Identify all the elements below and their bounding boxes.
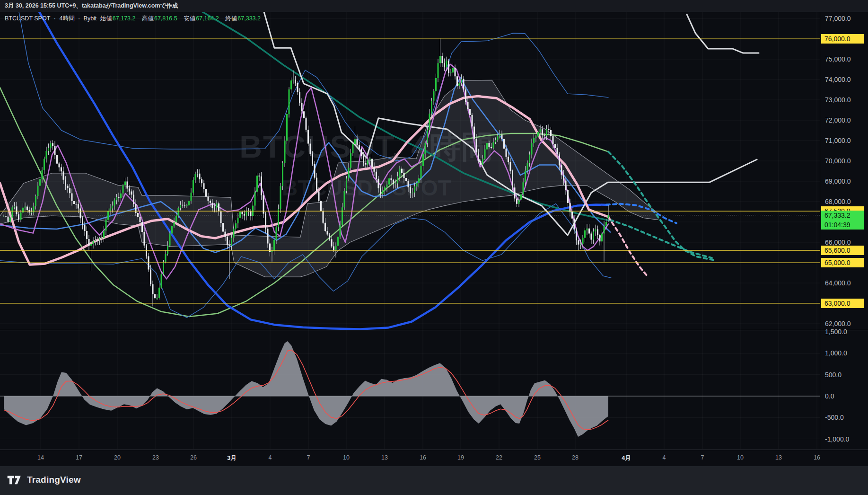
time-tick-20: 20 (114, 454, 121, 461)
oscillator-area (4, 341, 608, 437)
price-tick-74000: 74,000.0 (825, 76, 851, 83)
time-tick-28: 28 (572, 454, 579, 461)
close-value: 67,333.2 (237, 15, 261, 22)
time-tick-4月: 4月 (622, 454, 631, 462)
legend-separator: · (54, 15, 56, 22)
symbol-title[interactable]: BTCUSDT SPOT (5, 15, 50, 22)
tradingview-chart-window: 3月 30, 2026 15:55 UTC+9、takatabaがTrading… (0, 0, 868, 495)
time-tick-7: 7 (307, 454, 310, 461)
white-topright-line (687, 14, 759, 53)
high-value: 67,816.5 (154, 15, 177, 22)
price-tick-75000: 75,000.0 (825, 55, 851, 63)
price-tick-66000: 66,000.0 (825, 239, 851, 246)
tradingview-brand-text: TradingView (27, 475, 81, 485)
level-label-65000: 65,000.0 (821, 258, 864, 267)
time-tick-4: 4 (663, 454, 666, 461)
tradingview-logo-icon (7, 474, 23, 486)
low-value: 67,164.2 (196, 15, 219, 22)
close-label: 終値 (225, 15, 237, 22)
osc-tick-500: 500.0 (825, 371, 842, 379)
price-tick-62000: 62,000.0 (825, 320, 851, 327)
tradingview-logo[interactable]: TradingView (7, 474, 81, 486)
high-label: 高値 (142, 15, 154, 22)
time-tick-19: 19 (457, 454, 464, 461)
last-price-label: 67,333.201:04:39 (821, 211, 864, 230)
time-tick-10: 10 (737, 454, 744, 461)
price-tick-69000: 69,000.0 (825, 177, 851, 185)
price-tick-71000: 71,000.0 (825, 137, 851, 144)
open-label: 始値 (100, 15, 112, 22)
price-tick-72000: 72,000.0 (825, 116, 851, 124)
price-tick-64000: 64,000.0 (825, 279, 851, 287)
price-tick-77000: 77,000.0 (825, 15, 851, 22)
time-tick-3月: 3月 (227, 454, 236, 462)
time-tick-13: 13 (381, 454, 388, 461)
time-tick-16: 16 (814, 454, 820, 461)
forecast-teal-2-line (610, 220, 712, 258)
footer-bar: TradingView (0, 466, 868, 495)
price-tick-70000: 70,000.0 (825, 157, 851, 165)
interval-label[interactable]: 4時間 (59, 15, 74, 22)
time-tick-17: 17 (76, 454, 82, 461)
level-label-65600: 65,600.0 (821, 246, 864, 255)
time-axis[interactable]: 14172023263月47101316192225284月47101316 (0, 450, 868, 467)
exchange-label: Bybit (84, 15, 97, 22)
price-axis[interactable]: 77,000.075,000.074,000.073,000.072,000.0… (820, 12, 868, 450)
price-tick-73000: 73,000.0 (825, 96, 851, 104)
legend-separator: · (78, 15, 80, 22)
price-tick-68000: 68,000.0 (825, 198, 851, 205)
osc-tick-1000: 1,000.0 (825, 349, 847, 357)
main-pane[interactable] (0, 12, 759, 329)
time-tick-25: 25 (534, 454, 541, 461)
osc-tick-1500: 1,500.0 (825, 328, 847, 336)
time-tick-26: 26 (190, 454, 197, 461)
time-tick-13: 13 (775, 454, 782, 461)
time-tick-14: 14 (37, 454, 44, 461)
time-tick-4: 4 (269, 454, 272, 461)
osc-tick--1000: -1,000.0 (825, 435, 849, 443)
time-tick-16: 16 (420, 454, 426, 461)
open-value: 67,173.2 (113, 15, 136, 22)
time-tick-23: 23 (152, 454, 159, 461)
forecast-pink-line (608, 217, 647, 276)
oscillator-pane[interactable] (0, 341, 820, 437)
time-tick-22: 22 (496, 454, 502, 461)
bar-countdown: 01:04:39 (824, 220, 864, 230)
time-tick-10: 10 (343, 454, 350, 461)
symbol-legend: BTCUSDT SPOT · 4時間 · Bybit 始値67,173.2 高値… (5, 15, 265, 23)
chart-canvas[interactable] (0, 0, 868, 466)
level-label-63000: 63,000.0 (821, 299, 864, 308)
osc-tick-0: 0.0 (825, 392, 834, 400)
osc-tick--500: -500.0 (825, 414, 844, 421)
level-label-76000: 76,000.0 (821, 34, 864, 44)
time-tick-7: 7 (701, 454, 704, 461)
last-price-value: 67,333.2 (824, 211, 864, 220)
low-label: 安値 (184, 15, 195, 22)
